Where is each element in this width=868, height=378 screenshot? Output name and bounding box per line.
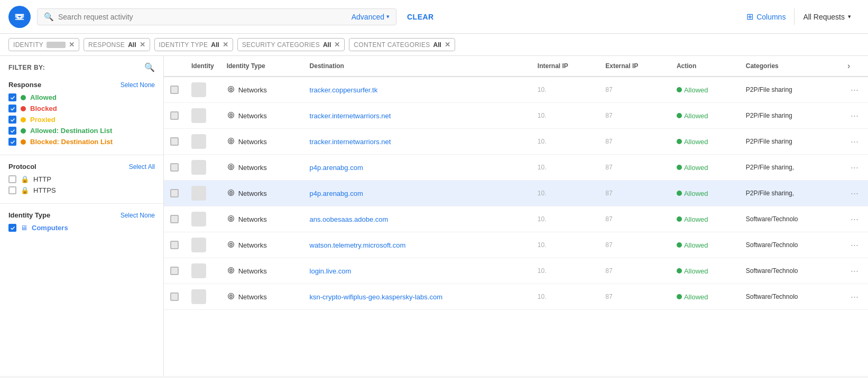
identity-chip-close[interactable]: ✕ <box>69 41 75 49</box>
security-categories-chip-close[interactable]: ✕ <box>334 41 340 49</box>
https-checkbox[interactable] <box>8 186 16 194</box>
filter-allowed[interactable]: Allowed <box>8 92 155 103</box>
row-destination[interactable]: ksn-crypto-wifiplus-geo.kaspersky-labs.c… <box>303 284 531 310</box>
row-checkbox[interactable] <box>170 189 179 197</box>
col-categories[interactable]: Categories <box>740 56 841 77</box>
identity-type-chip[interactable]: IDENTITY TYPE All ✕ <box>154 38 233 51</box>
row-destination[interactable]: p4p.arenabg.com <box>303 181 531 206</box>
content-categories-chip-close[interactable]: ✕ <box>445 41 450 49</box>
col-external-ip[interactable]: External IP <box>599 56 670 77</box>
row-checkbox[interactable] <box>170 292 179 301</box>
identity-type-chip-close[interactable]: ✕ <box>223 41 228 49</box>
row-internal-ip: 10. <box>531 77 599 103</box>
row-more-button[interactable]: ··· <box>847 161 862 174</box>
filter-computers[interactable]: 🖥 Computers <box>8 222 155 233</box>
table-row[interactable]: Networks login.live.com 10. 87 Allowed S… <box>164 258 868 284</box>
row-checkbox[interactable] <box>170 86 179 94</box>
col-identity-type[interactable]: Identity Type <box>220 56 303 77</box>
row-checkbox[interactable] <box>170 215 179 223</box>
filter-by-header: FILTER BY: 🔍 <box>0 56 163 77</box>
col-expand: › <box>841 56 868 77</box>
row-destination[interactable]: tracker.internetwarriors.net <box>303 103 531 129</box>
response-select-none[interactable]: Select None <box>121 81 155 89</box>
col-action[interactable]: Action <box>670 56 740 77</box>
table-row[interactable]: Networks tracker.internetwarriors.net 10… <box>164 129 868 155</box>
row-checkbox[interactable] <box>170 111 179 120</box>
table-row[interactable]: Networks watson.telemetry.microsoft.com … <box>164 232 868 258</box>
row-more-button[interactable]: ··· <box>847 264 862 277</box>
proxied-checkbox[interactable] <box>8 116 16 124</box>
row-more-button[interactable]: ··· <box>847 135 862 148</box>
row-more-button[interactable]: ··· <box>847 290 862 303</box>
row-checkbox[interactable] <box>170 241 179 249</box>
table-row[interactable]: Networks p4p.arenabg.com 10. 87 Allowed … <box>164 155 868 181</box>
blocked-checkbox[interactable] <box>8 105 16 112</box>
row-destination[interactable]: tracker.internetwarriors.net <box>303 129 531 155</box>
row-destination[interactable]: watson.telemetry.microsoft.com <box>303 232 531 258</box>
search-input[interactable] <box>58 13 347 21</box>
row-external-ip: 87 <box>599 181 670 206</box>
row-destination[interactable]: p4p.arenabg.com <box>303 155 531 181</box>
table-row[interactable]: Networks ans.oobesaas.adobe.com 10. 87 A… <box>164 206 868 232</box>
columns-button[interactable]: ⊞ Columns <box>738 8 795 25</box>
col-identity[interactable]: Identity <box>185 56 220 77</box>
row-destination[interactable]: login.live.com <box>303 258 531 284</box>
row-more-button[interactable]: ··· <box>847 239 862 251</box>
advanced-button[interactable]: Advanced ▾ <box>352 13 390 21</box>
sidebar-search-icon[interactable]: 🔍 <box>144 62 155 72</box>
proxied-status-dot <box>21 117 26 122</box>
identity-chip[interactable]: IDENTITY ✕ <box>8 38 79 51</box>
filter-allowed-dest[interactable]: Allowed: Destination List <box>8 125 155 136</box>
row-identity <box>185 77 220 103</box>
col-destination[interactable]: Destination <box>303 56 531 77</box>
row-internal-ip: 10. <box>531 258 599 284</box>
row-internal-ip: 10. <box>531 284 599 310</box>
row-more-button[interactable]: ··· <box>847 213 862 225</box>
row-checkbox[interactable] <box>170 267 179 275</box>
filter-http[interactable]: 🔒 HTTP <box>8 174 155 185</box>
row-internal-ip: 10. <box>531 206 599 232</box>
row-more-button[interactable]: ··· <box>847 109 862 122</box>
content-categories-chip[interactable]: CONTENT CATEGORIES All ✕ <box>349 38 455 51</box>
allowed-checkbox[interactable] <box>8 93 16 101</box>
row-destination[interactable]: tracker.coppersurfer.tk <box>303 77 531 103</box>
computers-checkbox[interactable] <box>8 224 16 232</box>
row-destination[interactable]: ans.oobesaas.adobe.com <box>303 206 531 232</box>
filter-https[interactable]: 🔒 HTTPS <box>8 185 155 196</box>
row-internal-ip: 10. <box>531 232 599 258</box>
table-row[interactable]: Networks tracker.internetwarriors.net 10… <box>164 103 868 129</box>
row-checkbox[interactable] <box>170 137 179 146</box>
identity-type-select-none[interactable]: Select None <box>121 212 155 219</box>
protocol-section-header: Protocol Select All <box>8 163 155 171</box>
row-more-button[interactable]: ··· <box>847 187 862 200</box>
response-chip-close[interactable]: ✕ <box>140 41 145 49</box>
row-external-ip: 87 <box>599 103 670 129</box>
table-row[interactable]: Networks tracker.coppersurfer.tk 10. 87 … <box>164 77 868 103</box>
filter-proxied[interactable]: Proxied <box>8 114 155 125</box>
row-identity-type-label: Networks <box>238 215 267 223</box>
row-more-cell: ··· <box>841 181 868 206</box>
row-identity-type-label: Networks <box>238 241 267 249</box>
row-more-button[interactable]: ··· <box>847 83 862 96</box>
security-categories-chip[interactable]: SECURITY CATEGORIES All ✕ <box>237 38 345 51</box>
clear-button[interactable]: CLEAR <box>403 10 438 24</box>
row-action: Allowed <box>670 258 740 284</box>
row-identity-type-label: Networks <box>238 190 267 197</box>
all-requests-button[interactable]: All Requests ▾ <box>795 10 860 24</box>
expand-icon[interactable]: › <box>847 61 850 70</box>
filter-blocked-dest[interactable]: Blocked: Destination List <box>8 136 155 147</box>
table-row[interactable]: Networks p4p.arenabg.com 10. 87 Allowed … <box>164 181 868 206</box>
filter-blocked[interactable]: Blocked <box>8 103 155 114</box>
blocked-dest-label: Blocked: Destination List <box>30 138 113 146</box>
allowed-dest-checkbox[interactable] <box>8 127 16 135</box>
protocol-select-all[interactable]: Select All <box>129 163 155 171</box>
col-internal-ip[interactable]: Internal IP <box>531 56 599 77</box>
table-row[interactable]: Networks ksn-crypto-wifiplus-geo.kaspers… <box>164 284 868 310</box>
row-identity-type: Networks <box>220 77 303 103</box>
blocked-dest-checkbox[interactable] <box>8 138 16 146</box>
response-chip[interactable]: RESPONSE All ✕ <box>84 38 150 51</box>
logo-button[interactable] <box>8 6 31 28</box>
action-allowed-dot <box>677 113 682 118</box>
http-checkbox[interactable] <box>8 175 16 183</box>
row-checkbox[interactable] <box>170 163 179 172</box>
